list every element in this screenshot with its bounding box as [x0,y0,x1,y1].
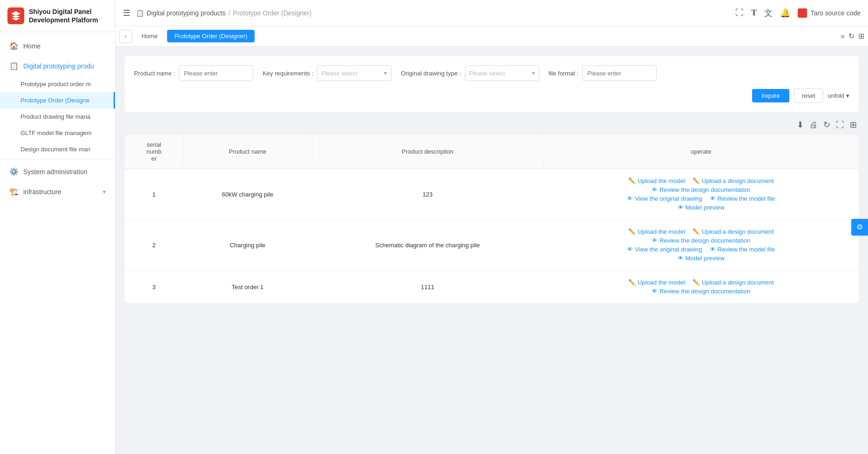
col-operate: operate [543,135,859,169]
review-model-file-link-2[interactable]: 👁Review the model file [710,246,775,253]
taro-logo-icon [798,8,807,18]
home-icon: 🏠 [9,41,19,50]
upload-model-link-1[interactable]: ✏️Upload the model [628,177,685,184]
topbar-brand: Taro source code [798,8,861,18]
review-design-doc-link-3[interactable]: 👁Review the design documentation [652,288,750,295]
view-original-drawing-link-2[interactable]: 👁View the original drawing [627,246,702,253]
tab-collapse-arrow[interactable]: ‹ [119,30,132,43]
sidebar-item-design-doc[interactable]: Design document file man [0,141,115,157]
file-format-field: file format : [549,65,657,81]
cell-operate-2: ✏️Upload the model ✏️Upload a design doc… [543,220,859,271]
app-title: Shiyou Digital PanelDevelopment Platform [29,7,98,24]
model-preview-link-2[interactable]: 👁Model preview [678,255,725,262]
table-row: 2 Charging pile Schematic diagram of the… [125,220,859,271]
topbar: ☰ 📋 Digital prototyping products / Proto… [115,0,868,26]
op-row-1b: 👁Review the design documentation [652,186,750,193]
tab-more-icon[interactable]: » [841,32,845,41]
cell-serial-3: 3 [125,271,183,304]
tabbar: ‹ Home Prototype Order (Designer) » ↻ ⊞ [115,26,868,47]
key-req-label: Key requirements : [262,70,313,77]
tab-actions: » ↻ ⊞ [841,32,864,41]
sidebar-section: ⚙️ System administration 🏗️ infrastructu… [0,159,115,202]
upload-design-doc-link-1[interactable]: ✏️Upload a design document [693,177,774,184]
download-icon[interactable]: ⬇ [797,120,804,130]
breadcrumb-page-icon: 📋 [136,9,144,17]
unfold-label: unfold [828,92,844,99]
sidebar-item-prototype-order-d[interactable]: Prototype Order (Designe [0,92,115,108]
table-body: 1 60kW charging pile 123 ✏️Upload the mo… [125,169,859,304]
original-drawing-select[interactable]: Please select [465,65,539,81]
columns-icon[interactable]: ⊞ [850,120,857,130]
upload-model-link-2[interactable]: ✏️Upload the model [628,228,685,235]
sidebar-item-prototype-order-m[interactable]: Prototype product order m [0,76,115,92]
sidebar-item-infrastructure[interactable]: 🏗️ infrastructure ▾ [0,182,115,202]
print-icon[interactable]: 🖨 [809,120,818,130]
file-format-input[interactable] [582,65,657,81]
breadcrumb-separator: / [229,9,230,17]
settings-icon: ⚙ [856,223,863,231]
sidebar-subitem-gltf-label: GLTF model file managem [20,129,92,136]
tab-home[interactable]: Home [134,30,165,42]
gear-icon: ⚙️ [9,167,19,176]
tab-grid-icon[interactable]: ⊞ [858,32,864,41]
logo-icon [7,7,24,24]
refresh-icon[interactable]: ↻ [823,120,830,130]
op-row-2b: 👁Review the design documentation [652,237,750,244]
product-name-field: Product name : [134,65,253,81]
sidebar-item-system-label: System administration [23,168,87,176]
sidebar-item-gltf[interactable]: GLTF model file managem [0,125,115,141]
op-links-3: ✏️Upload the model ✏️Upload a design doc… [551,279,851,295]
tab-refresh-icon[interactable]: ↻ [848,32,855,41]
text-size-icon[interactable]: 𝐓 [751,8,757,18]
inquire-button[interactable]: Inquire [752,89,789,102]
original-drawing-field: Original drawing type : Please select [401,65,539,81]
reset-button[interactable]: reset [794,88,823,103]
product-name-input[interactable] [179,65,253,81]
view-original-drawing-link-1[interactable]: 👁View the original drawing [627,195,702,202]
chevron-down-icon: ▾ [846,92,849,99]
review-design-doc-link-1[interactable]: 👁Review the design documentation [652,186,750,193]
fullscreen-icon[interactable]: ⛶ [735,8,744,18]
eye-icon: 👁 [710,246,716,253]
brand-name: Taro source code [811,9,861,17]
upload-design-doc-link-3[interactable]: ✏️Upload a design document [693,279,774,286]
sidebar-item-system-admin[interactable]: ⚙️ System administration [0,162,115,182]
settings-float-button[interactable]: ⚙ [851,219,868,236]
expand-icon[interactable]: ⛶ [836,120,844,130]
sidebar-item-home[interactable]: 🏠 Home [0,36,115,56]
eye-icon: 👁 [627,246,633,253]
bell-icon[interactable]: 🔔 [780,8,790,18]
eye-icon: 👁 [652,186,658,193]
eye-icon: 👁 [627,195,633,202]
upload-design-doc-link-2[interactable]: ✏️Upload a design document [693,228,774,235]
cell-name-1: 60kW charging pile [183,169,312,220]
cell-operate-1: ✏️Upload the model ✏️Upload a design doc… [543,169,859,220]
table-row: 3 Test order 1 1111 ✏️Upload the model [125,271,859,304]
sidebar-item-product-drawing[interactable]: Product drawing file mana [0,108,115,125]
file-format-label: file format : [549,70,579,77]
unfold-button[interactable]: unfold ▾ [828,92,849,99]
sidebar-item-digital-label: Digital prototyping produ [23,62,94,70]
cell-desc-1: 123 [312,169,543,220]
topbar-actions: ⛶ 𝐓 文 🔔 Taro source code [735,7,861,19]
eye-icon: 👁 [678,204,684,211]
menu-toggle-icon[interactable]: ☰ [123,8,130,18]
sidebar-item-digital[interactable]: 📋 Digital prototyping produ [0,56,115,76]
op-row-1c: 👁View the original drawing 👁Review the m… [627,195,775,202]
breadcrumb: 📋 Digital prototyping products / Prototy… [136,9,730,17]
translate-icon[interactable]: 文 [764,7,773,19]
sidebar: Shiyou Digital PanelDevelopment Platform… [0,0,115,454]
breadcrumb-current: Prototype Order (Designer) [233,9,312,17]
cell-desc-3: 1111 [312,271,543,304]
table-header: serialnumber Product name Product descri… [125,135,859,169]
cell-name-3: Test order 1 [183,271,312,304]
op-links-2: ✏️Upload the model ✏️Upload a design doc… [551,228,851,262]
review-model-file-link-1[interactable]: 👁Review the model file [710,195,775,202]
upload-model-link-3[interactable]: ✏️Upload the model [628,279,685,286]
op-row-2a: ✏️Upload the model ✏️Upload a design doc… [628,228,774,235]
tab-prototype-order-designer[interactable]: Prototype Order (Designer) [167,30,255,42]
review-design-doc-link-2[interactable]: 👁Review the design documentation [652,237,750,244]
col-serial: serialnumber [125,135,183,169]
key-req-select[interactable]: Please select [317,65,391,81]
model-preview-link-1[interactable]: 👁Model preview [678,204,725,211]
